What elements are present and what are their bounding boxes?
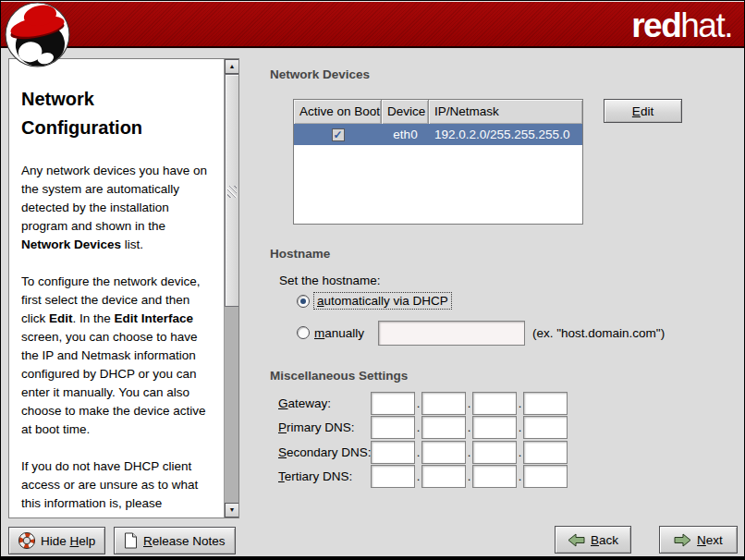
hostname-section-label: Hostname [270,247,330,261]
hostname-input[interactable] [378,321,525,346]
primary-dns-label: Primary DNS: [278,420,371,434]
radio-manually[interactable] [297,326,310,339]
secondary-dns-row: Secondary DNS: ... [278,441,568,464]
table-row-eth0[interactable]: ✓ eth0 192.0.2.0/255.255.255.0 [294,124,582,145]
release-notes-button[interactable]: Release Notes [114,527,236,554]
secondary-dns-octet-3[interactable] [472,441,517,464]
ip-netmask-cell: 192.0.2.0/255.255.255.0 [429,124,582,145]
octet-separator: . [466,463,472,491]
next-arrow-icon [674,533,691,547]
back-button-label: Back [591,533,618,547]
redhat-shadowman-logo-icon [5,2,70,67]
secondary-dns-label: Secondary DNS: [278,445,371,459]
tertiary-dns-octet-4[interactable] [523,465,568,488]
scroll-up-icon: ▲ [229,63,236,69]
tertiary-dns-label: Tertiary DNS: [278,469,371,483]
edit-button[interactable]: Edit [604,99,682,123]
column-header-active-on-boot[interactable]: Active on Boot [294,100,382,124]
octet-separator: . [415,463,421,491]
hide-help-button[interactable]: Hide Help [8,527,105,554]
tertiary-dns-octet-3[interactable] [472,465,517,488]
active-on-boot-cell: ✓ [294,124,382,145]
primary-dns-octet-4[interactable] [523,416,568,439]
network-devices-section-label: Network Devices [270,67,370,81]
radio-automatic-dhcp-label[interactable]: automatically via DHCP [313,292,452,310]
tertiary-dns-octet-2[interactable] [421,465,466,488]
help-title: Network Configuration [21,85,214,142]
help-content: Network Configuration Any network device… [9,59,224,518]
gateway-row: Gateway: ... [278,392,568,415]
secondary-dns-octet-1[interactable] [371,441,415,464]
device-cell: eth0 [382,124,429,145]
octet-separator: . [466,414,472,442]
gateway-octet-3[interactable] [472,392,517,415]
table-header-row: Active on Boot Device IP/Netmask [294,100,582,124]
scroll-down-icon: ▼ [229,506,236,513]
help-paragraph-1: Any network devices you have on the syst… [21,162,214,254]
radio-manually-label[interactable]: manually [314,326,364,340]
installer-window: redhat. Network Configuration Any networ… [0,0,745,560]
primary-dns-octet-1[interactable] [371,416,415,439]
hide-help-label: Hide Help [41,534,95,548]
next-button-label: Next [697,533,723,547]
gateway-octet-2[interactable] [421,392,466,415]
help-paragraph-2: To configure the network device, first s… [21,273,214,439]
tertiary-dns-octet-1[interactable] [371,465,415,488]
scrollbar-grip-icon [227,186,237,198]
primary-dns-octet-2[interactable] [421,416,466,439]
network-devices-table: Active on Boot Device IP/Netmask ✓ eth0 … [293,99,583,225]
octet-separator: . [517,414,523,442]
wordmark-red: red [631,6,680,44]
primary-dns-row: Primary DNS: ... [278,416,568,439]
help-scrollbar[interactable]: ▲ ▼ [224,59,238,517]
top-banner: redhat. [1,1,744,48]
document-icon [124,532,138,549]
octet-separator: . [415,414,421,442]
scroll-up-button[interactable]: ▲ [225,59,239,74]
scroll-down-button[interactable]: ▼ [225,503,239,517]
back-arrow-icon [568,533,585,547]
set-hostname-prompt: Set the hostname: [279,274,381,287]
back-button[interactable]: Back [555,526,631,554]
edit-button-label: Edit [632,104,653,118]
life-ring-icon [18,532,35,549]
gateway-octet-4[interactable] [523,392,568,415]
next-button[interactable]: Next [659,526,738,554]
redhat-wordmark: redhat. [631,5,732,49]
primary-dns-octet-3[interactable] [472,416,517,439]
secondary-dns-octet-4[interactable] [523,441,568,464]
checkbox-check-icon: ✓ [333,128,342,141]
release-notes-label: Release Notes [143,534,226,548]
radio-selected-dot [300,298,306,304]
hostname-hint: (ex. "host.domain.com") [532,326,665,340]
tertiary-dns-row: Tertiary DNS: ... [278,465,568,488]
help-paragraph-3: If you do not have DHCP client access or… [21,457,214,513]
gateway-octet-1[interactable] [371,392,415,415]
column-header-device[interactable]: Device [382,100,429,124]
active-on-boot-checkbox[interactable]: ✓ [332,128,345,141]
column-header-ip-netmask[interactable]: IP/Netmask [429,100,582,124]
misc-settings-section-label: Miscellaneous Settings [270,369,408,383]
scrollbar-thumb[interactable] [225,74,239,307]
octet-separator: . [517,463,523,491]
radio-automatic-dhcp[interactable] [297,295,310,308]
wordmark-hat: hat. [680,6,732,44]
secondary-dns-octet-2[interactable] [421,441,466,464]
gateway-label: Gateway: [278,396,371,410]
help-panel: Network Configuration Any network device… [8,58,239,518]
